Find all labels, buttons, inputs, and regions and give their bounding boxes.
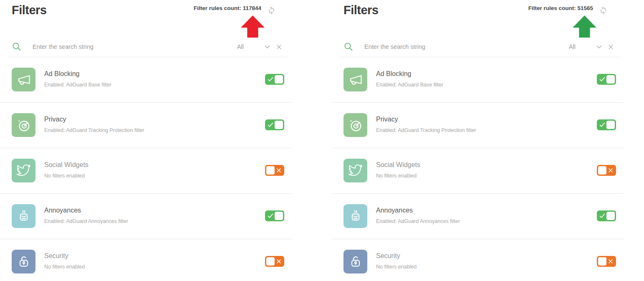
check-icon [599,213,606,219]
filter-rules-count-text: Filter rules count: 51565 [528,4,593,13]
filters-panel-left: Filters Filter rules count: 117844 All A… [0,0,292,281]
toggle-knob [606,212,615,220]
red-up-arrow-annotation [241,15,265,38]
category-toggle[interactable] [265,165,284,176]
filter-category-list: Ad Blocking Enabled: AdGuard Base filter… [0,57,292,281]
page-title: Filters [12,3,47,17]
toggle-knob [266,166,275,175]
toggle-knob [266,257,275,266]
search-icon [343,42,354,52]
category-toggle[interactable] [265,74,284,85]
category-status: No filters enabled [376,173,586,179]
check-icon [267,76,274,83]
category-title: Ad Blocking [44,70,255,78]
category-title: Privacy [44,115,255,124]
category-title: Security [376,252,586,260]
padlock-icon [343,250,367,273]
category-status: No filters enabled [376,264,586,270]
search-bar: All [343,39,614,54]
category-status: Enabled: AdGuard Annoyances filter [44,218,255,225]
stopwatch-icon [12,113,35,137]
category-toggle[interactable] [265,210,284,221]
category-status: Enabled: AdGuard Tracking Protection fil… [44,127,255,134]
padlock-icon [12,250,35,273]
filter-rules-count-text: Filter rules count: 117844 [194,4,261,13]
filter-row-security[interactable]: Security No filters enabled [332,239,624,281]
category-title: Social Widgets [44,161,255,169]
chevron-down-icon[interactable] [264,43,271,51]
megaphone-icon [12,68,35,91]
category-dropdown-value[interactable]: All [569,43,576,50]
category-toggle[interactable] [265,256,284,267]
toggle-knob [606,75,615,84]
category-dropdown-value[interactable]: All [237,43,244,50]
filter-row-annoyances[interactable]: Annoyances Enabled: AdGuard Annoyances f… [332,193,624,239]
twitter-bird-icon [343,159,367,182]
check-icon [599,122,606,128]
x-icon [275,167,282,174]
filter-rules-count: Filter rules count: 51565 [528,4,608,14]
category-toggle[interactable] [597,165,616,176]
clear-search-icon[interactable] [275,43,283,51]
toggle-knob [606,121,615,129]
category-status: Enabled: AdGuard Base filter [44,82,255,88]
check-icon [599,76,606,83]
clear-search-icon[interactable] [607,43,614,51]
filter-row-privacy[interactable]: Privacy Enabled: AdGuard Tracking Protec… [332,102,624,148]
refresh-filters-icon[interactable] [267,5,276,14]
filter-rules-count: Filter rules count: 117844 [194,4,276,14]
annoyed-robot-icon [343,204,367,228]
toggle-knob [275,75,283,84]
x-icon [607,167,614,174]
category-status: Enabled: AdGuard Base filter [376,82,586,88]
category-toggle[interactable] [265,119,284,130]
category-status: Enabled: AdGuard Annoyances filter [376,218,586,225]
category-status: No filters enabled [44,173,255,179]
x-icon [607,258,614,265]
filter-row-privacy[interactable]: Privacy Enabled: AdGuard Tracking Protec… [0,102,292,148]
category-status: No filters enabled [44,264,255,270]
filter-row-ad-blocking[interactable]: Ad Blocking Enabled: AdGuard Base filter [0,57,292,102]
category-status: Enabled: AdGuard Tracking Protection fil… [376,127,586,134]
chevron-down-icon[interactable] [596,43,603,51]
toggle-knob [275,212,283,220]
category-title: Ad Blocking [376,70,586,78]
category-title: Annoyances [376,206,586,215]
category-toggle[interactable] [597,74,616,85]
category-toggle[interactable] [597,119,616,130]
stopwatch-icon [343,113,367,137]
search-input[interactable] [364,43,569,51]
search-input[interactable] [32,43,237,51]
filter-category-list: Ad Blocking Enabled: AdGuard Base filter… [332,57,624,281]
filter-row-ad-blocking[interactable]: Ad Blocking Enabled: AdGuard Base filter [332,57,624,102]
toggle-knob [598,257,606,266]
annoyed-robot-icon [12,204,35,228]
green-up-arrow-annotation [573,15,596,38]
filter-row-social-widgets[interactable]: Social Widgets No filters enabled [0,148,292,193]
filter-row-annoyances[interactable]: Annoyances Enabled: AdGuard Annoyances f… [0,193,292,239]
check-icon [267,122,274,128]
category-title: Annoyances [44,206,255,215]
category-toggle[interactable] [597,210,616,221]
twitter-bird-icon [12,159,35,182]
filter-row-social-widgets[interactable]: Social Widgets No filters enabled [332,148,624,193]
toggle-knob [598,166,606,175]
x-icon [275,258,282,265]
filters-panel-right: Filters Filter rules count: 51565 All Ad… [332,0,624,281]
filter-row-security[interactable]: Security No filters enabled [0,239,292,281]
search-icon [12,42,22,52]
check-icon [267,213,274,219]
page-title: Filters [343,3,379,17]
toggle-knob [275,121,283,129]
category-title: Security [44,252,255,260]
refresh-filters-icon[interactable] [599,5,608,14]
category-toggle[interactable] [597,256,616,267]
search-bar: All [12,39,283,54]
megaphone-icon [343,68,367,91]
category-title: Privacy [376,115,586,124]
category-title: Social Widgets [376,161,586,169]
